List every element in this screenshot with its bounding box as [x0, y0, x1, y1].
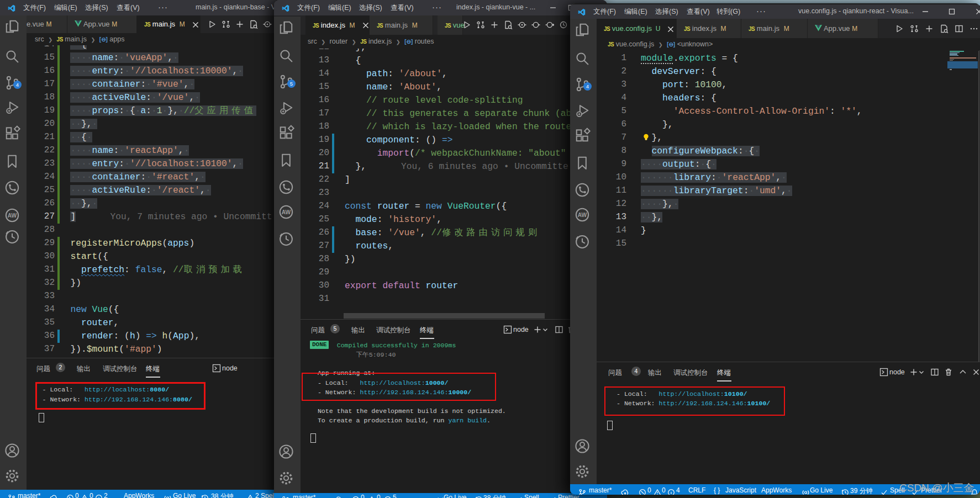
svg-text:AW: AW	[578, 212, 587, 218]
svg-text:AW: AW	[282, 209, 291, 215]
svg-text:AW: AW	[8, 213, 17, 219]
